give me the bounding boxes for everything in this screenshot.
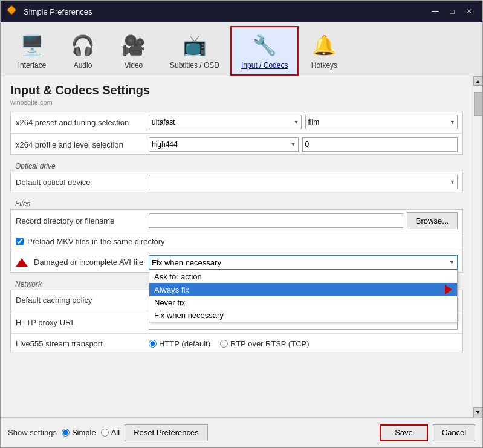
dropdown-item-never-fix[interactable]: Never fix [149, 296, 457, 309]
page-title: Input & Codecs Settings [10, 83, 463, 97]
watermark: winosbite.com [10, 99, 463, 106]
nav-label-interface: Interface [18, 61, 47, 70]
x264-profile-controls: high444 [149, 137, 458, 152]
x264-preset-select2-wrapper: film [305, 115, 458, 129]
dropdown-item-ask[interactable]: Ask for action [149, 270, 457, 283]
default-caching-label: Default caching policy [16, 296, 149, 305]
all-radio-label: All [101, 428, 120, 437]
optical-drive-section-label: Optical drive [10, 160, 463, 172]
nav-item-audio[interactable]: 🎧 Audio [57, 26, 108, 76]
nav-label-audio: Audio [74, 61, 92, 70]
arrow-up-indicator [16, 258, 28, 267]
files-section-label: Files [10, 197, 463, 209]
record-directory-label: Record directory or filename [16, 216, 149, 226]
title-bar: 🔶 Simple Preferences — □ ✕ [1, 1, 482, 22]
preload-mkv-row: Preload MKV files in the same directory [11, 235, 462, 248]
title-bar-controls: — □ ✕ [428, 6, 476, 17]
nav-label-subtitles: Subtitles / OSD [170, 61, 219, 70]
x264-preset-controls: ultafast film [149, 115, 458, 129]
scrollbar: ▲ ▼ [473, 76, 482, 417]
damaged-avi-control: Fix when necessary ▼ Ask for action Alwa… [149, 255, 458, 270]
default-optical-row: Default optical device [11, 172, 462, 192]
x264-profile-select[interactable]: high444 [149, 137, 299, 152]
live555-radio-group: HTTP (default) RTP over RTSP (TCP) [149, 339, 458, 348]
live555-rtp-radio[interactable] [220, 340, 228, 348]
damaged-avi-dropdown-trigger[interactable]: Fix when necessary ▼ [149, 255, 458, 270]
all-radio[interactable] [101, 429, 109, 437]
simple-radio-label: Simple [62, 428, 96, 437]
scroll-down-button[interactable]: ▼ [473, 407, 483, 417]
content-area: Input & Codecs Settings winosbite.com x2… [1, 76, 482, 417]
nav-bar: 🖥️ Interface 🎧 Audio 🎥 Video 📺 Subtitles… [1, 22, 482, 76]
save-button[interactable]: Save [380, 424, 428, 441]
dropdown-item-fix-when-necessary[interactable]: Fix when necessary [149, 309, 457, 322]
damaged-avi-label: Damaged or incomplete AVI file [16, 255, 149, 267]
main-panel: Input & Codecs Settings winosbite.com x2… [1, 76, 473, 417]
app-icon: 🔶 [7, 5, 19, 18]
x264-preset-select-wrapper: ultafast [149, 115, 302, 129]
input-codecs-icon: 🔧 [250, 31, 279, 60]
default-optical-label: Default optical device [16, 178, 149, 187]
main-window: 🔶 Simple Preferences — □ ✕ 🖥️ Interface … [0, 0, 483, 448]
nav-item-input-codecs[interactable]: 🔧 Input / Codecs [230, 26, 299, 76]
x264-profile-label: x264 profile and level selection [16, 140, 149, 149]
damaged-avi-row: Damaged or incomplete AVI file Fix when … [11, 252, 462, 272]
x264-profile-row: x264 profile and level selection high444 [11, 135, 462, 154]
nav-item-video[interactable]: 🎥 Video [108, 26, 159, 76]
x264-profile-select-wrapper: high444 [149, 137, 299, 152]
dropdown-item-always-fix[interactable]: Always fix [149, 283, 457, 296]
maximize-button[interactable]: □ [445, 6, 459, 17]
title-bar-title: Simple Preferences [24, 7, 428, 16]
dropdown-chevron-icon: ▼ [449, 259, 455, 265]
cancel-button[interactable]: Cancel [433, 424, 475, 441]
x264-preset-label: x264 preset and tuning selection [16, 118, 149, 127]
live555-label: Live555 stream transport [16, 339, 149, 348]
audio-icon: 🎧 [68, 31, 97, 60]
close-button[interactable]: ✕ [462, 6, 476, 17]
simple-label: Simple [72, 428, 96, 437]
simple-radio[interactable] [62, 429, 70, 437]
arrow-right-indicator [445, 285, 452, 294]
files-section: Record directory or filename Browse... P… [10, 209, 463, 273]
reset-preferences-button[interactable]: Reset Preferences [125, 424, 208, 441]
live555-row: Live555 stream transport HTTP (default) … [11, 335, 462, 352]
nav-item-interface[interactable]: 🖥️ Interface [7, 26, 57, 76]
bottom-right: Save Cancel [380, 424, 475, 441]
record-directory-control: Browse... [149, 212, 458, 229]
x264-level-input[interactable] [302, 137, 458, 152]
default-optical-select-wrapper [149, 175, 458, 189]
show-settings-label: Show settings [8, 428, 57, 437]
video-icon: 🎥 [119, 31, 148, 60]
live555-http-radio[interactable] [149, 340, 157, 348]
nav-label-video: Video [125, 61, 143, 70]
live555-rtp-text: RTP over RTSP (TCP) [230, 339, 310, 348]
all-label: All [111, 428, 120, 437]
record-directory-row: Record directory or filename Browse... [11, 210, 462, 232]
nav-item-hotkeys[interactable]: 🔔 Hotkeys [299, 26, 349, 76]
preload-mkv-label: Preload MKV files in the same directory [27, 237, 165, 246]
optical-drive-section: Default optical device [10, 172, 463, 192]
record-directory-input[interactable] [149, 213, 403, 228]
x264-preset-select2[interactable]: film [305, 115, 458, 129]
preload-mkv-checkbox[interactable] [16, 238, 24, 245]
http-proxy-label: HTTP proxy URL [16, 318, 149, 327]
hotkeys-icon: 🔔 [310, 31, 339, 60]
live555-rtp-label: RTP over RTSP (TCP) [220, 339, 310, 348]
default-optical-select[interactable] [149, 175, 458, 189]
x264-preset-row: x264 preset and tuning selection ultafas… [11, 112, 462, 132]
live555-http-label: HTTP (default) [149, 339, 210, 348]
x264-preset-select1[interactable]: ultafast [149, 115, 302, 129]
scroll-up-button[interactable]: ▲ [473, 76, 483, 86]
browse-button[interactable]: Browse... [407, 212, 458, 229]
minimize-button[interactable]: — [428, 6, 442, 17]
damaged-avi-dropdown-wrapper: Fix when necessary ▼ Ask for action Alwa… [149, 255, 458, 270]
subtitles-icon: 📺 [180, 31, 209, 60]
x264-preset-section: x264 preset and tuning selection ultafas… [10, 112, 463, 155]
damaged-avi-dropdown-list: Ask for action Always fix Never fix Fix … [149, 270, 458, 322]
bottom-left: Show settings Simple All Reset Preferenc… [8, 424, 372, 441]
damaged-avi-selected-value: Fix when necessary [152, 258, 449, 267]
interface-icon: 🖥️ [18, 31, 47, 60]
scroll-thumb[interactable] [474, 92, 482, 116]
nav-item-subtitles-osd[interactable]: 📺 Subtitles / OSD [159, 26, 230, 76]
default-optical-control [149, 175, 458, 189]
